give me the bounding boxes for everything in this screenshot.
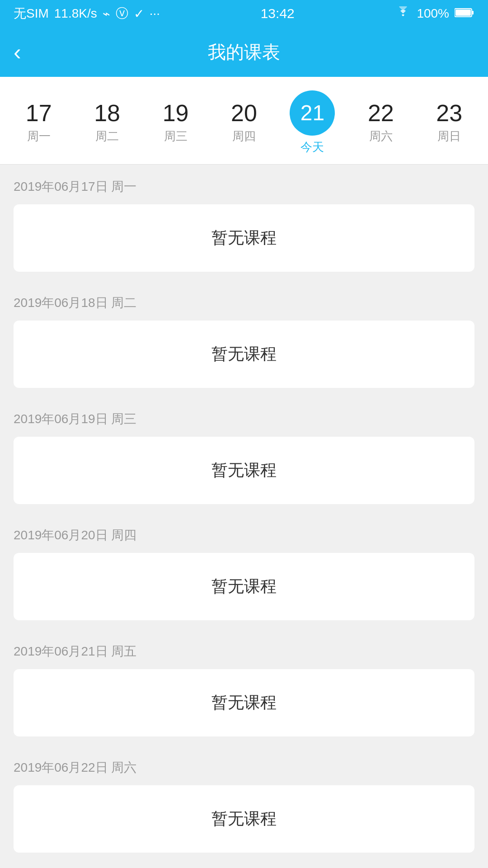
section-label-tue: 2019年06月18日 周二 [14,294,474,311]
wifi-icon [395,6,411,21]
status-bar: 无SIM 11.8K/s ⌁ ⓥ ✓ ··· 13:42 100% [0,0,488,27]
section-fri: 2019年06月21日 周五 暂无课程 [0,629,488,745]
day-item-mon[interactable]: 17 周一 [14,101,64,144]
back-button[interactable]: ‹ [14,41,21,63]
no-course-sat: 暂无课程 [211,808,277,830]
course-card-wed: 暂无课程 [14,437,474,504]
section-label-mon: 2019年06月17日 周一 [14,178,474,195]
battery-icon [455,6,474,21]
today-circle: 21 [290,90,335,136]
section-label-wed: 2019年06月19日 周三 [14,410,474,428]
page-title: 我的课表 [208,40,280,65]
day-label-sat: 周六 [369,128,393,144]
usb-icon: ⌁ [103,6,110,21]
no-course-thu: 暂无课程 [211,576,277,598]
no-course-fri: 暂无课程 [211,692,277,714]
section-wed: 2019年06月19日 周三 暂无课程 [0,397,488,513]
course-card-thu: 暂无课程 [14,553,474,620]
network-speed: 11.8K/s [54,6,97,21]
day-number-mon: 17 [26,101,52,125]
day-label-fri: 今天 [300,139,324,155]
day-label-tue: 周二 [95,128,119,144]
day-number-fri: 21 [300,102,324,124]
vpn-icon: ⓥ [116,5,128,22]
no-sim-label: 无SIM [14,5,49,22]
day-number-sat: 22 [368,101,394,125]
day-number-tue: 18 [94,101,120,125]
day-label-thu: 周四 [232,128,256,144]
day-label-sun: 周日 [437,128,461,144]
day-item-tue[interactable]: 18 周二 [82,101,132,144]
course-card-sat: 暂无课程 [14,785,474,853]
section-thu: 2019年06月20日 周四 暂无课程 [0,513,488,629]
battery-percent: 100% [417,6,449,21]
status-left: 无SIM 11.8K/s ⌁ ⓥ ✓ ··· [14,5,160,22]
no-course-mon: 暂无课程 [211,227,277,249]
no-course-tue: 暂无课程 [211,343,277,365]
course-card-fri: 暂无课程 [14,669,474,736]
header: ‹ 我的课表 [0,27,488,77]
section-label-fri: 2019年06月21日 周五 [14,643,474,660]
status-right: 100% [395,6,474,21]
section-label-thu: 2019年06月20日 周四 [14,527,474,544]
day-number-wed: 19 [163,101,189,125]
section-label-sat: 2019年06月22日 周六 [14,759,474,776]
day-label-wed: 周三 [164,128,188,144]
day-number-thu: 20 [231,101,257,125]
svg-rect-1 [472,11,474,14]
day-item-sun[interactable]: 23 周日 [424,101,474,144]
status-time: 13:42 [261,6,295,21]
section-tue: 2019年06月18日 周二 暂无课程 [0,281,488,397]
day-item-thu[interactable]: 20 周四 [219,101,269,144]
day-number-sun: 23 [436,101,462,125]
svg-rect-2 [455,9,471,16]
course-card-tue: 暂无课程 [14,321,474,388]
day-item-wed[interactable]: 19 周三 [151,101,201,144]
no-course-wed: 暂无课程 [211,459,277,481]
section-sat: 2019年06月22日 周六 暂无课程 [0,745,488,862]
day-item-fri[interactable]: 21 今天 [287,90,337,155]
section-mon: 2019年06月17日 周一 暂无课程 [0,165,488,281]
day-label-mon: 周一 [27,128,51,144]
course-card-mon: 暂无课程 [14,204,474,272]
day-item-sat[interactable]: 22 周六 [356,101,406,144]
more-icon: ··· [150,6,160,21]
schedule-content: 2019年06月17日 周一 暂无课程 2019年06月18日 周二 暂无课程 … [0,165,488,862]
check-icon: ✓ [134,6,144,21]
day-picker: 17 周一 18 周二 19 周三 20 周四 21 今天 22 周六 23 周… [0,77,488,165]
